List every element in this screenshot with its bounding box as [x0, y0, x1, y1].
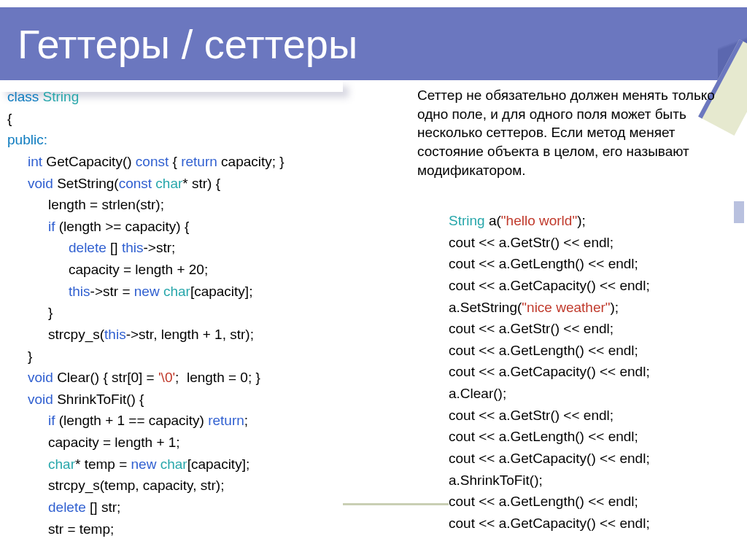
kw-public: public:	[7, 129, 409, 151]
str: "nice weather"	[522, 300, 610, 315]
code-line: a.Clear();	[449, 383, 740, 405]
code-line: }	[7, 302, 409, 324]
txt: a(	[485, 213, 501, 228]
txt: (length + 1 == capacity)	[55, 413, 209, 428]
code-line: a.ShrinkToFit();	[449, 470, 740, 491]
txt: str = temp;	[48, 521, 114, 537]
kw: int	[28, 154, 42, 169]
txt: );	[611, 300, 619, 315]
kw: delete	[69, 240, 107, 255]
code-line: void SetString(const char* str) {	[7, 173, 409, 195]
kw: this	[122, 240, 144, 255]
str: "hello world"	[501, 213, 577, 228]
code-left: class String { public: int GetCapacity()…	[7, 86, 409, 540]
txt: strcpy_s(temp, capacity, str);	[48, 478, 224, 493]
kw: delete	[48, 499, 86, 515]
kw: if	[48, 413, 55, 428]
code-line: a.SetString("nice weather");	[449, 297, 740, 319]
txt: [] str;	[86, 499, 121, 515]
kw: new	[131, 456, 157, 472]
code-line: length = strlen(str);	[7, 194, 409, 216]
type: char	[155, 176, 182, 191]
explanation-paragraph: Сеттер не обязательно должен менять толь…	[417, 86, 738, 179]
type-name: String	[39, 89, 79, 104]
kw: new	[134, 284, 160, 299]
txt: }	[48, 305, 53, 320]
txt: a.SetString(	[449, 300, 522, 315]
kw-class: class	[7, 89, 39, 104]
txt: GetCapacity()	[42, 154, 136, 169]
type: char	[48, 456, 75, 472]
kw: return	[208, 413, 244, 428]
kw: const	[119, 176, 152, 191]
txt: strcpy_s(	[48, 327, 104, 342]
txt: }	[28, 349, 32, 364]
kw: this	[104, 327, 126, 342]
code-line: cout << a.GetCapacity() << endl;	[449, 448, 740, 470]
code-line: }	[7, 346, 409, 368]
type: char	[163, 284, 190, 299]
txt: [capacity];	[190, 284, 253, 299]
txt: ShrinkToFit() {	[53, 392, 144, 407]
txt: (length >= capacity) {	[55, 219, 190, 234]
code-line: capacity = length + 1;	[7, 432, 409, 454]
code-line: cout << a.GetLength() << endl;	[449, 340, 740, 362]
code-line: delete [] this->str;	[7, 237, 409, 259]
slide-title: Геттеры / сеттеры	[18, 20, 357, 68]
txt: ->str =	[90, 284, 134, 299]
code-line: strcpy_s(this->str, length + 1, str);	[7, 324, 409, 346]
slide: Геттеры / сеттеры class String { public:…	[0, 0, 747, 560]
txt: SetString(	[53, 176, 119, 191]
txt: [capacity];	[187, 456, 250, 472]
kw: void	[28, 392, 53, 407]
code-line: this->str = new char[capacity];	[7, 281, 409, 303]
txt: * temp =	[75, 456, 131, 472]
code-line: cout << a.GetLength() << endl;	[449, 491, 740, 513]
txt: ->str;	[143, 240, 175, 255]
txt: );	[577, 213, 586, 228]
code-line: if (length >= capacity) {	[7, 216, 409, 238]
kw: void	[28, 176, 53, 191]
code-line: cout << a.GetLength() << endl;	[449, 253, 740, 275]
txt: ;	[244, 413, 248, 428]
code-line: cout << a.GetCapacity() << endl;	[449, 361, 740, 383]
kw: this	[69, 284, 90, 299]
kw: if	[48, 219, 55, 234]
kw: const	[136, 154, 169, 169]
code-line: cout << a.GetCapacity() << endl;	[449, 275, 740, 297]
code-line: cout << a.GetStr() << endl;	[449, 318, 740, 340]
kw: return	[181, 154, 217, 169]
txt: Clear() { str[0] =	[53, 370, 158, 385]
code-line: class String	[7, 86, 409, 108]
str: '\0'	[158, 370, 175, 385]
type: char	[160, 456, 187, 472]
type: String	[449, 213, 485, 228]
code-line: cout << a.GetLength() << endl;	[449, 426, 740, 448]
code-line: strcpy_s(temp, capacity, str);	[7, 475, 409, 497]
code-line: delete [] str;	[7, 497, 409, 518]
txt: * str) {	[182, 176, 220, 191]
code-line: char* temp = new char[capacity];	[7, 454, 409, 475]
code-line: capacity = length + 20;	[7, 259, 409, 281]
code-line: if (length + 1 == capacity) return;	[7, 410, 409, 432]
code-line: cout << a.GetCapacity() << endl;	[449, 513, 740, 534]
txt: length = strlen(str);	[48, 197, 164, 212]
code-line: cout << a.GetStr() << endl;	[449, 232, 740, 254]
txt: capacity = length + 20;	[69, 262, 208, 277]
txt: ->str, length + 1, str);	[126, 327, 254, 342]
kw: void	[28, 370, 53, 385]
code-line: cout << a.GetStr() << endl;	[449, 405, 740, 427]
code-line: void Clear() { str[0] = '\0'; length = 0…	[7, 367, 409, 389]
code-line: {	[7, 108, 409, 130]
code-line: str = temp;	[7, 518, 409, 540]
txt: {	[169, 154, 181, 169]
txt: capacity = length + 1;	[48, 435, 180, 450]
txt: ; length = 0; }	[175, 370, 260, 385]
code-line: String a("hello world");	[449, 210, 740, 232]
code-right: String a("hello world"); cout << a.GetSt…	[449, 210, 740, 534]
txt: capacity; }	[217, 154, 285, 169]
code-line: void ShrinkToFit() {	[7, 389, 409, 411]
txt: []	[107, 240, 122, 255]
code-line: int GetCapacity() const { return capacit…	[7, 151, 409, 173]
